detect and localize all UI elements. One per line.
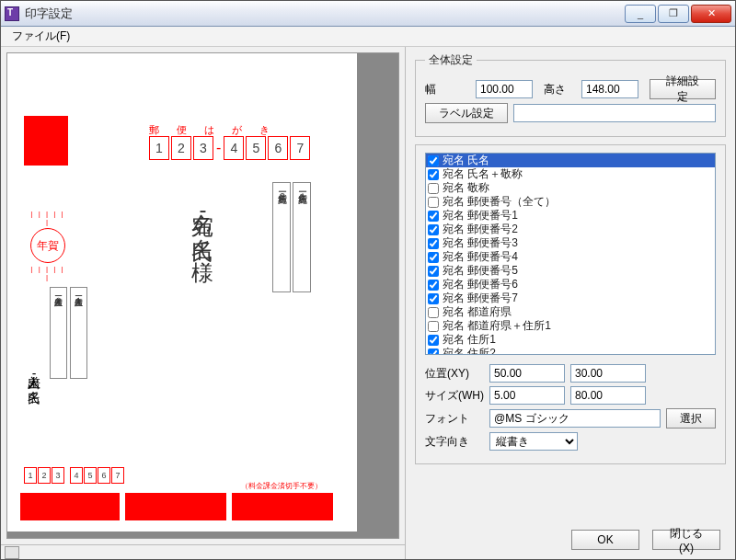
field-item[interactable]: 宛名 郵便番号3 [426,236,715,250]
postal-small-box: 4 [70,467,83,484]
overall-settings: 全体設定 幅 高さ 詳細設定 ラベル設定 [415,52,726,137]
menu-file[interactable]: ファイル(F) [6,27,75,46]
pos-x-input[interactable] [489,364,565,383]
overall-legend: 全体設定 [425,52,477,68]
height-input[interactable] [581,80,638,98]
postal-box: 2 [171,136,191,160]
height-label: 高さ [544,82,576,97]
postal-box: 6 [268,136,288,160]
detail-settings-button[interactable]: 詳細設定 [650,79,716,99]
field-item[interactable]: 宛名 郵便番号7 [426,291,715,305]
red-bars [20,493,333,520]
field-checkbox[interactable] [428,266,439,277]
postal-box: 3 [193,136,213,160]
recipient-name-field[interactable]: 宛名‐氏名 様 [186,193,219,405]
postal-small-box: 2 [38,467,51,484]
sender-addr2-field[interactable]: 差出人ー住所２ [50,287,67,379]
label-settings-button[interactable]: ラベル設定 [425,103,508,123]
postal-small-box: 3 [52,467,64,484]
field-checkbox[interactable] [428,197,439,208]
menubar: ファイル(F) [1,27,735,47]
field-item[interactable]: 宛名 住所2 [426,347,715,355]
field-checkbox[interactable] [428,169,439,180]
ok-button[interactable]: OK [571,530,639,550]
addr2-field[interactable]: 宛名ー住所２ [272,182,291,292]
app-window: 印字設定 _ ❐ ✕ ファイル(F) 郵 便 は が き 1 2 3 [0,0,736,560]
pos-label: 位置(XY) [425,366,484,382]
postal-box: 4 [224,136,244,160]
h-scrollbar[interactable] [1,544,405,559]
font-label: フォント [425,411,484,427]
sender-addr1-field[interactable]: 差出人ー住所１ [70,287,87,379]
postal-small-box: 7 [111,467,124,484]
postcard-preview: 郵 便 は が き 1 2 3 - 4 5 6 7 | | | | | [7,53,357,531]
field-checkbox[interactable] [428,280,439,291]
direction-select[interactable]: 縦書き [489,432,578,451]
field-item[interactable]: 宛名 都道府県 [426,305,715,319]
window-title: 印字設定 [25,6,625,22]
postal-row: 1 2 3 - 4 5 6 7 [149,136,310,160]
postal-box: 5 [246,136,266,160]
field-checkbox[interactable] [428,224,439,235]
postal-box: 7 [290,136,310,160]
minimize-button[interactable]: _ [625,5,656,23]
size-label: サイズ(WH) [425,388,484,404]
field-item[interactable]: 宛名 住所1 [426,333,715,347]
field-item[interactable]: 宛名 郵便番号（全て） [426,195,715,209]
postal-small-box: 6 [98,467,110,484]
field-checkbox[interactable] [428,155,439,166]
field-checkbox[interactable] [428,252,439,263]
field-item[interactable]: 宛名 氏名＋敬称 [426,167,715,181]
field-checkbox[interactable] [428,307,439,318]
hagaki-label: 郵 便 は が き [149,123,277,137]
sender-postal-row: 1 2 3 4 5 6 7 [24,467,124,484]
font-select-button[interactable]: 選択 [666,408,716,429]
footer-note: （料金課金済切手不要） [241,481,322,491]
field-checkbox[interactable] [428,211,439,222]
field-item[interactable]: 宛名 郵便番号2 [426,223,715,236]
field-checkbox[interactable] [428,238,439,249]
direction-label: 文字向き [425,434,484,450]
pos-y-input[interactable] [570,364,646,383]
close-dialog-button[interactable]: 閉じる(X) [652,530,720,550]
postal-small-box: 1 [24,467,37,484]
field-settings: 宛名 氏名宛名 氏名＋敬称宛名 敬称宛名 郵便番号（全て）宛名 郵便番号1宛名 … [415,144,726,464]
preview-canvas: 郵 便 は が き 1 2 3 - 4 5 6 7 | | | | | [6,52,399,539]
field-checkbox[interactable] [428,349,439,356]
font-input[interactable] [489,409,661,428]
postal-box: 1 [149,136,169,160]
width-input[interactable] [476,80,533,98]
field-item[interactable]: 宛名 郵便番号1 [426,209,715,223]
field-item[interactable]: 宛名 氏名 [426,154,715,167]
size-w-input[interactable] [489,386,565,405]
field-item[interactable]: 宛名 敬称 [426,181,715,195]
maximize-button[interactable]: ❐ [658,5,689,23]
close-button[interactable]: ✕ [691,5,731,23]
field-label: 宛名 住所2 [443,346,496,355]
field-listbox[interactable]: 宛名 氏名宛名 氏名＋敬称宛名 敬称宛名 郵便番号（全て）宛名 郵便番号1宛名 … [425,153,716,355]
size-h-input[interactable] [570,386,646,405]
postal-dash: - [215,136,222,160]
field-item[interactable]: 宛名 都道府県＋住所1 [426,319,715,333]
nenka-stamp: | | | | | | 年賀 | | | | | | [28,210,68,281]
label-text-input[interactable] [513,104,716,122]
field-item[interactable]: 宛名 郵便番号4 [426,250,715,264]
field-checkbox[interactable] [428,183,439,194]
postal-small-box: 5 [84,467,97,484]
stamp-area [24,116,68,166]
addr1-field[interactable]: 宛名ー住所１ [293,182,311,292]
field-item[interactable]: 宛名 郵便番号5 [426,264,715,278]
app-icon [5,6,19,21]
field-checkbox[interactable] [428,321,439,332]
width-label: 幅 [425,82,470,97]
titlebar: 印字設定 _ ❐ ✕ [1,1,735,27]
sender-name-field[interactable]: 差出人‐氏名 [26,366,42,381]
field-item[interactable]: 宛名 郵便番号6 [426,278,715,291]
field-checkbox[interactable] [428,293,439,304]
field-checkbox[interactable] [428,335,439,346]
